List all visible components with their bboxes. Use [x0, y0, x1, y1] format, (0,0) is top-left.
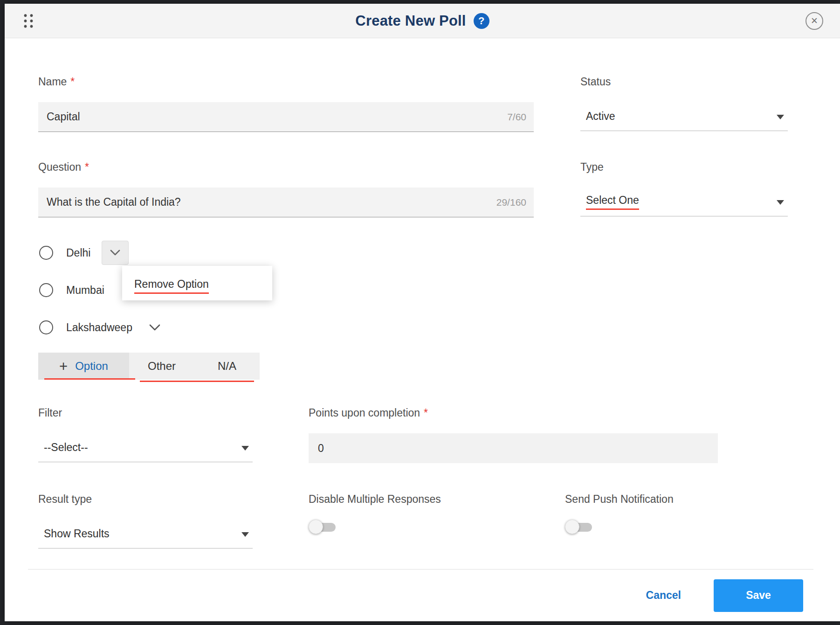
status-value: Active: [586, 110, 615, 123]
filter-value: --Select--: [44, 441, 88, 454]
name-input[interactable]: [38, 102, 534, 132]
points-label-text: Points upon completion: [309, 407, 420, 419]
add-option-button[interactable]: + Option: [38, 353, 129, 380]
option-row-mumbai: Mumbai Remove Option: [38, 271, 534, 309]
disable-multiple-toggle[interactable]: [309, 520, 338, 535]
add-option-label: Option: [75, 360, 108, 373]
name-label-text: Name: [38, 76, 67, 88]
bottom-row-1: Filter --Select-- Points upon completion…: [38, 407, 806, 463]
points-label: Points upon completion*: [309, 407, 718, 419]
chevron-down-icon: [110, 250, 120, 256]
menu-item-remove-option[interactable]: Remove Option: [134, 278, 209, 294]
close-icon: ✕: [811, 15, 818, 26]
send-push-block: Send Push Notification: [565, 493, 723, 549]
left-column: Name* 7/60 Question* 29/160: [38, 38, 534, 380]
cancel-button[interactable]: Cancel: [646, 589, 681, 602]
radio-button-mumbai[interactable]: [39, 283, 53, 297]
name-char-counter: 7/60: [507, 111, 526, 123]
dropdown-caret-icon: [777, 200, 784, 205]
modal-header: Create New Poll ? ✕: [5, 4, 840, 38]
points-block: Points upon completion*: [309, 407, 718, 463]
status-label: Status: [580, 76, 788, 88]
annotation-underline-other-na: [140, 381, 254, 382]
option-label-lakshadweep: Lakshadweep: [66, 321, 132, 334]
question-label: Question*: [38, 161, 534, 174]
modal-body: Name* 7/60 Question* 29/160: [5, 38, 840, 569]
send-push-toggle[interactable]: [565, 520, 595, 535]
question-input[interactable]: [38, 188, 534, 217]
option-context-menu: Remove Option: [122, 266, 272, 300]
save-button[interactable]: Save: [714, 579, 803, 612]
send-push-label: Send Push Notification: [565, 493, 723, 506]
question-label-text: Question: [38, 161, 81, 173]
dropdown-caret-icon: [241, 446, 249, 451]
toggle-knob: [309, 520, 323, 534]
add-na-button[interactable]: N/A: [194, 353, 260, 380]
bottom-row-2: Result type Show Results Disable Multipl…: [38, 493, 806, 549]
filter-label: Filter: [38, 407, 253, 419]
type-label: Type: [580, 161, 788, 174]
filter-block: Filter --Select--: [38, 407, 253, 463]
option-label-delhi: Delhi: [66, 247, 90, 259]
title-wrap: Create New Poll ?: [355, 13, 489, 29]
add-option-bar: + Option Other N/A: [38, 353, 260, 380]
result-type-dropdown[interactable]: Show Results: [38, 520, 253, 549]
option-menu-button-lakshadweep[interactable]: [149, 324, 160, 331]
question-required-mark: *: [85, 161, 89, 173]
question-char-counter: 29/160: [496, 197, 526, 208]
chevron-down-icon: [149, 324, 160, 331]
dropdown-caret-icon: [777, 115, 784, 119]
result-type-block: Result type Show Results: [38, 493, 253, 549]
points-required-mark: *: [424, 407, 428, 419]
filter-dropdown[interactable]: --Select--: [38, 433, 253, 462]
toggle-knob: [565, 520, 579, 534]
type-dropdown[interactable]: Select One: [580, 188, 788, 216]
disable-multiple-label: Disable Multiple Responses: [309, 493, 556, 506]
question-field: 29/160: [38, 188, 534, 217]
dropdown-caret-icon: [241, 532, 249, 537]
name-required-mark: *: [70, 76, 75, 88]
drag-handle-icon[interactable]: [22, 13, 34, 29]
options-list: Delhi Mumbai Remove Option: [38, 234, 534, 346]
radio-button-lakshadweep[interactable]: [39, 320, 53, 334]
option-row-lakshadweep: Lakshadweep: [38, 309, 534, 346]
top-grid: Name* 7/60 Question* 29/160: [38, 38, 806, 380]
close-button[interactable]: ✕: [806, 12, 823, 30]
name-field: 7/60: [38, 102, 534, 132]
result-type-value: Show Results: [44, 528, 110, 540]
points-input[interactable]: [309, 433, 718, 463]
help-icon[interactable]: ?: [474, 13, 489, 29]
option-menu-button-delhi[interactable]: [102, 241, 129, 265]
disable-multiple-block: Disable Multiple Responses: [309, 493, 556, 549]
radio-button-delhi[interactable]: [39, 246, 53, 260]
points-field: [309, 433, 718, 463]
add-other-button[interactable]: Other: [129, 353, 194, 380]
result-type-label: Result type: [38, 493, 253, 506]
status-dropdown[interactable]: Active: [580, 102, 788, 131]
option-row-delhi: Delhi: [38, 234, 534, 271]
create-poll-modal: Create New Poll ? ✕ Name* 7/60 Question*: [5, 4, 840, 621]
modal-footer: Cancel Save: [28, 569, 813, 621]
option-label-mumbai: Mumbai: [66, 284, 104, 297]
type-value: Select One: [586, 194, 639, 210]
plus-icon: +: [59, 359, 68, 374]
right-column: Status Active Type Select One: [580, 38, 788, 380]
annotation-underline-option: [44, 378, 135, 380]
modal-title: Create New Poll: [355, 13, 466, 29]
name-label: Name*: [38, 76, 534, 88]
